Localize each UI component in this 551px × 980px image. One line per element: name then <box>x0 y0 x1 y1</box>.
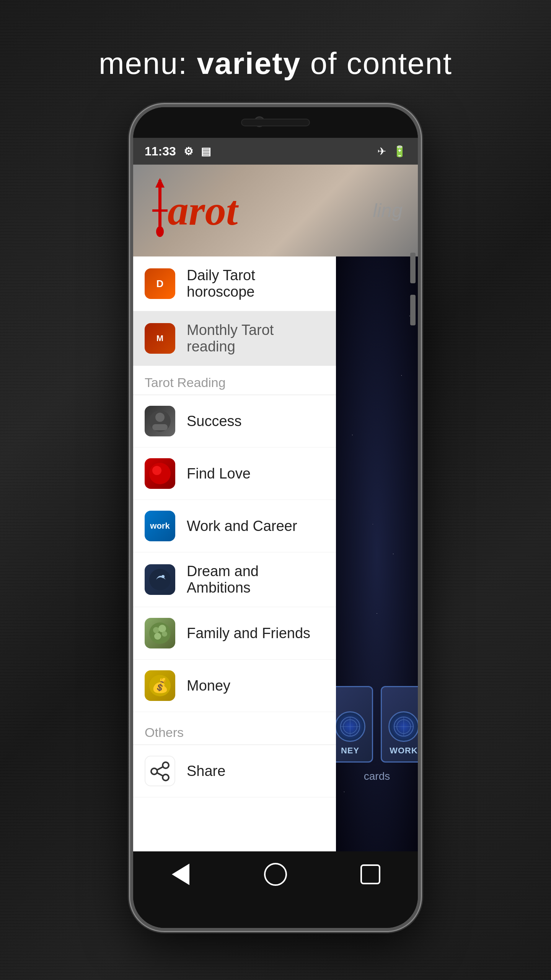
dream-icon <box>145 564 175 595</box>
cards-text: cards <box>364 770 390 782</box>
family-icon <box>145 618 175 648</box>
daily-label: Daily Tarot horoscope <box>187 267 324 300</box>
svg-point-18 <box>163 762 169 768</box>
money-icon: 💰 <box>145 670 175 701</box>
card-design-money <box>336 711 365 742</box>
tarot-reading-section-header: Tarot Reading <box>133 366 336 395</box>
svg-point-8 <box>152 466 161 475</box>
svg-point-9 <box>149 569 171 590</box>
sd-card-icon: ▤ <box>201 145 211 158</box>
svg-line-21 <box>157 767 163 770</box>
phone-screen: 11:33 ⚙ ▤ ✈ 🔋 arot <box>133 138 418 897</box>
menu-item-success[interactable]: Success <box>133 395 336 448</box>
phone-bottom <box>133 897 418 928</box>
status-bar: 11:33 ⚙ ▤ ✈ 🔋 <box>133 138 418 165</box>
share-icon <box>145 756 175 786</box>
phone-frame: 11:33 ⚙ ▤ ✈ 🔋 arot <box>130 104 421 931</box>
recent-button[interactable] <box>357 861 384 888</box>
battery-icon: 🔋 <box>393 145 406 158</box>
work-icon-text: work <box>150 521 170 531</box>
menu-drawer: D Daily Tarot horoscope M Monthly Tarot … <box>133 256 418 851</box>
svg-point-12 <box>153 627 159 633</box>
back-arrow-icon <box>172 864 189 885</box>
svg-point-3 <box>156 226 164 237</box>
recent-square-icon <box>360 864 380 884</box>
volume-up-button[interactable] <box>410 253 416 283</box>
title-prefix: menu: <box>99 46 197 80</box>
speaker <box>241 119 310 126</box>
svg-point-5 <box>155 413 165 422</box>
volume-down-button[interactable] <box>410 295 416 325</box>
svg-point-10 <box>161 575 165 578</box>
monthly-label: Monthly Tarot reading <box>187 322 324 355</box>
tarot-text-logo: arot <box>168 186 238 235</box>
menu-item-monthly[interactable]: M Monthly Tarot reading <box>133 311 336 366</box>
work-label: Work and Career <box>187 518 297 534</box>
tarot-logo: arot <box>148 176 238 245</box>
card-label-money: NEY <box>341 746 359 756</box>
work-icon: work <box>145 511 175 541</box>
menu-item-work[interactable]: work Work and Career <box>133 500 336 552</box>
tarot-card-work: WORK <box>381 686 418 763</box>
share-label: Share <box>187 763 225 779</box>
menu-item-love[interactable]: Find Love <box>133 448 336 500</box>
love-icon <box>145 458 175 489</box>
menu-item-money[interactable]: 💰 Money <box>133 660 336 712</box>
title-suffix: of content <box>301 46 452 80</box>
daily-icon: D <box>145 268 175 299</box>
dream-label: Dream and Ambitions <box>187 563 324 596</box>
svg-point-14 <box>162 631 167 637</box>
success-icon <box>145 406 175 436</box>
svg-text:💰: 💰 <box>152 677 169 694</box>
bg-content: NEY WORK <box>336 256 418 851</box>
volume-buttons <box>410 253 416 325</box>
svg-line-22 <box>157 773 163 776</box>
drawer-panel: D Daily Tarot horoscope M Monthly Tarot … <box>133 256 336 851</box>
time-display: 11:33 <box>145 144 176 158</box>
monthly-icon: M <box>145 323 175 354</box>
settings-icon: ⚙ <box>184 145 193 158</box>
svg-point-13 <box>158 625 166 632</box>
bottom-nav <box>133 851 418 897</box>
svg-point-15 <box>154 633 161 640</box>
phone-top <box>133 107 418 138</box>
menu-item-dream[interactable]: Dream and Ambitions <box>133 552 336 607</box>
header-right-label: ling <box>373 199 403 222</box>
home-button[interactable] <box>262 861 289 888</box>
airplane-icon: ✈ <box>377 145 386 158</box>
family-label: Family and Friends <box>187 625 310 642</box>
home-circle-icon <box>264 863 287 886</box>
menu-item-family[interactable]: Family and Friends <box>133 607 336 660</box>
success-label: Success <box>187 413 242 430</box>
status-left: 11:33 ⚙ ▤ <box>145 144 211 158</box>
tarot-card-money: NEY <box>336 686 373 763</box>
others-section-header: Others <box>133 716 336 745</box>
app-header: arot ling <box>133 165 418 256</box>
svg-point-19 <box>151 768 157 774</box>
status-right: ✈ 🔋 <box>377 145 406 158</box>
card-label-work: WORK <box>390 746 418 756</box>
daily-icon-text: D <box>156 278 164 290</box>
menu-item-daily[interactable]: D Daily Tarot horoscope <box>133 256 336 311</box>
title-bold: variety <box>197 46 301 80</box>
tarot-cards-area: NEY WORK <box>336 686 418 782</box>
page-title: menu: variety of content <box>99 46 452 81</box>
love-label: Find Love <box>187 466 251 482</box>
monthly-icon-text: M <box>156 333 163 343</box>
svg-marker-1 <box>155 178 165 188</box>
svg-rect-6 <box>152 424 168 430</box>
back-button[interactable] <box>167 861 194 888</box>
card-design-work <box>388 711 418 742</box>
menu-item-share[interactable]: Share <box>133 745 336 797</box>
money-label: Money <box>187 678 230 694</box>
cards-row: NEY WORK <box>336 686 418 763</box>
svg-point-20 <box>163 774 169 781</box>
